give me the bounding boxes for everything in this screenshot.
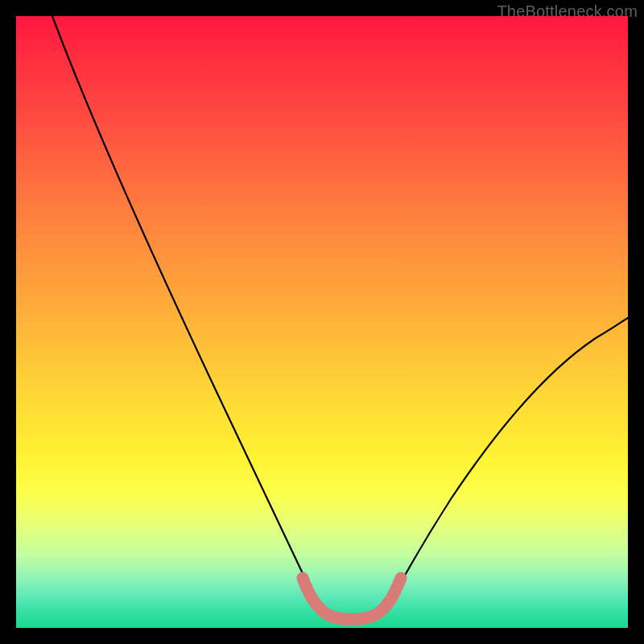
chart-svg (16, 16, 628, 628)
chart-plot-area (16, 16, 628, 628)
bottleneck-curve-right (385, 318, 628, 612)
bottleneck-curve-left (52, 16, 322, 612)
chart-frame: TheBottleneck.com (0, 0, 644, 644)
optimal-zone-marker (303, 578, 401, 619)
